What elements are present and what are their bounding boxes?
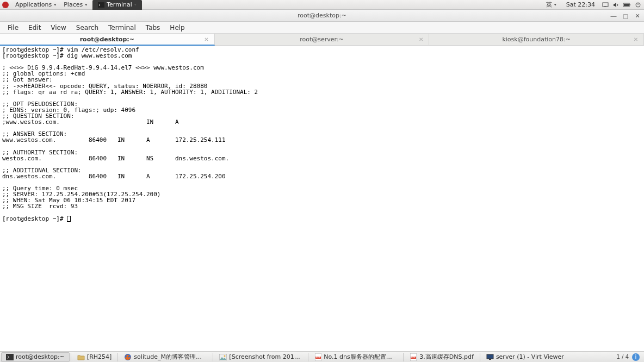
tab-label: kiosk@foundation78:~ bbox=[502, 36, 571, 43]
menu-search[interactable]: Search bbox=[72, 23, 103, 33]
terminal-output[interactable]: [root@desktop ~]# vim /etc/resolv.conf [… bbox=[0, 46, 644, 351]
top-panel-right: 英 Sat 22:34 bbox=[543, 0, 642, 10]
clock[interactable]: Sat 22:34 bbox=[563, 0, 598, 10]
svg-rect-4 bbox=[629, 4, 630, 5]
workspace-indicator[interactable]: 1 / 4 bbox=[617, 354, 629, 360]
distro-icon bbox=[2, 2, 9, 8]
pdf-icon: PDF bbox=[410, 353, 417, 361]
window-titlebar: root@desktop:~ ― ▢ ✕ bbox=[0, 10, 644, 22]
power-icon[interactable] bbox=[634, 2, 642, 8]
info-icon[interactable]: i bbox=[632, 353, 640, 361]
tab-label: root@server:~ bbox=[300, 36, 344, 43]
taskbar-item-1[interactable]: [RH254] bbox=[72, 352, 117, 362]
svg-text:PDF: PDF bbox=[411, 356, 416, 359]
taskbar-label: [RH254] bbox=[87, 353, 112, 360]
folder-icon bbox=[77, 353, 85, 361]
minimize-button[interactable]: ― bbox=[610, 13, 617, 20]
places-menu[interactable]: Places bbox=[60, 0, 90, 10]
firefox-icon bbox=[124, 353, 132, 361]
tab-label: root@desktop:~ bbox=[80, 36, 134, 43]
taskbar-label: 3.高速缓存DNS.pdf bbox=[419, 353, 474, 361]
taskbar-item-3[interactable]: [Screenshot from 2017-05-06 ... bbox=[214, 352, 307, 362]
ime-indicator[interactable]: 英 bbox=[543, 0, 560, 10]
pdf-icon: PDF bbox=[314, 353, 321, 361]
top-panel: Applications Places Terminal 英 Sat 22:34 bbox=[0, 0, 644, 10]
svg-rect-5 bbox=[624, 4, 629, 6]
taskbar-label: [Screenshot from 2017-05-06 ... bbox=[229, 353, 302, 360]
terminal-tab-1[interactable]: root@server:~✕ bbox=[215, 34, 430, 45]
bottom-taskbar: root@desktop:~[RH254]solitude_M的博客管理后台-5… bbox=[0, 351, 644, 362]
menubar: FileEditViewSearchTerminalTabsHelp bbox=[0, 22, 644, 34]
active-app-menu[interactable]: Terminal bbox=[92, 0, 142, 10]
display-icon bbox=[486, 353, 494, 361]
maximize-button[interactable]: ▢ bbox=[622, 13, 629, 20]
svg-rect-8 bbox=[6, 354, 14, 360]
close-button[interactable]: ✕ bbox=[634, 13, 641, 20]
top-panel-left: Applications Places Terminal bbox=[2, 0, 142, 10]
taskbar-item-4[interactable]: PDFNo.1 dns服务器的配置及拓展 bbox=[309, 352, 402, 362]
terminal-tab-2[interactable]: kiosk@foundation78:~✕ bbox=[429, 34, 644, 45]
menu-view[interactable]: View bbox=[46, 23, 70, 33]
menu-terminal[interactable]: Terminal bbox=[104, 23, 140, 33]
terminal-cursor bbox=[67, 216, 71, 222]
terminal-icon bbox=[6, 353, 14, 361]
menu-edit[interactable]: Edit bbox=[24, 23, 45, 33]
terminal-tab-0[interactable]: root@desktop:~✕ bbox=[0, 34, 215, 46]
svg-rect-1 bbox=[603, 3, 608, 7]
image-icon bbox=[219, 353, 227, 361]
menu-tabs[interactable]: Tabs bbox=[141, 23, 165, 33]
taskbar-label: root@desktop:~ bbox=[16, 353, 65, 360]
tab-close-icon[interactable]: ✕ bbox=[634, 36, 638, 42]
svg-text:PDF: PDF bbox=[316, 356, 320, 359]
svg-point-11 bbox=[224, 355, 226, 357]
taskbar-item-5[interactable]: PDF3.高速缓存DNS.pdf bbox=[405, 352, 479, 362]
taskbar-label: No.1 dns服务器的配置及拓展 bbox=[324, 353, 397, 361]
taskbar-label: solitude_M的博客管理后台-51CT... bbox=[134, 353, 207, 361]
tab-close-icon[interactable]: ✕ bbox=[204, 36, 208, 42]
volume-icon[interactable] bbox=[612, 2, 620, 8]
tab-close-icon[interactable]: ✕ bbox=[419, 36, 423, 42]
screen-icon[interactable] bbox=[602, 2, 609, 8]
terminal-tab-bar: root@desktop:~✕root@server:~✕kiosk@found… bbox=[0, 34, 644, 46]
taskbar-item-0[interactable]: root@desktop:~ bbox=[1, 352, 70, 362]
svg-rect-2 bbox=[604, 7, 606, 7]
taskbar-item-6[interactable]: server (1) - Virt Viewer bbox=[481, 352, 569, 362]
terminal-icon bbox=[98, 2, 104, 8]
taskbar-label: server (1) - Virt Viewer bbox=[496, 353, 564, 360]
menu-help[interactable]: Help bbox=[165, 23, 189, 33]
battery-icon[interactable] bbox=[623, 2, 631, 8]
svg-rect-19 bbox=[489, 359, 491, 360]
svg-rect-18 bbox=[487, 354, 493, 359]
svg-rect-0 bbox=[98, 2, 104, 8]
taskbar-item-2[interactable]: solitude_M的博客管理后台-51CT... bbox=[119, 352, 212, 362]
applications-menu[interactable]: Applications bbox=[12, 0, 59, 10]
window-title: root@desktop:~ bbox=[298, 12, 346, 19]
menu-file[interactable]: File bbox=[3, 23, 23, 33]
